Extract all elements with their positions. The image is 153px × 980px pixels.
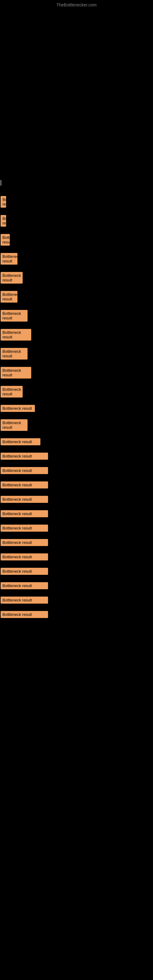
result-row: Bottleneck result (0, 609, 153, 621)
result-row: Bottleneck result (0, 508, 153, 520)
result-row: Bottleneck result (0, 384, 153, 401)
bottleneck-result-badge[interactable]: Bottleneck result (1, 568, 48, 575)
result-row: Bottleneck result (0, 289, 153, 305)
result-row: Bottleneck result (0, 251, 153, 268)
result-row: Bottleneck result (0, 327, 153, 344)
result-row: Bottleneck result (0, 537, 153, 549)
chart-area (0, 9, 153, 168)
bottleneck-result-badge[interactable]: Bottleneck result (1, 438, 40, 445)
site-title: TheBottlenecker.com (0, 0, 153, 9)
bottleneck-result-badge[interactable]: Bottleneck result (1, 310, 27, 321)
results-container: Bottleneck resultBottleneck resultBottle… (0, 189, 153, 627)
result-row: Bottleneck result (0, 566, 153, 578)
result-row: Bottleneck result (0, 523, 153, 535)
bottleneck-result-badge[interactable]: Bottleneck result (1, 611, 48, 618)
bottleneck-result-badge[interactable]: Bottleneck result (1, 291, 18, 302)
bottleneck-result-badge[interactable]: Bottleneck result (1, 405, 35, 412)
result-row: Bottleneck result (0, 480, 153, 492)
bottleneck-result-badge[interactable]: Bottleneck result (1, 539, 48, 546)
bottleneck-result-badge[interactable]: Bottleneck result (1, 554, 48, 560)
result-row: Bottleneck result (0, 436, 153, 449)
bottleneck-result-badge[interactable]: Bottleneck result (1, 597, 48, 604)
result-row: Bottleneck result (0, 595, 153, 607)
result-row: Bottleneck result (0, 580, 153, 592)
result-row: Bottleneck result (0, 465, 153, 477)
bottleneck-result-badge[interactable]: Bottleneck result (1, 419, 27, 431)
bottleneck-result-badge[interactable]: Bottleneck result (1, 481, 48, 488)
bottleneck-result-badge[interactable]: Bottleneck result (1, 196, 6, 208)
result-row: Bottleneck result (0, 346, 153, 363)
bottleneck-result-badge[interactable]: Bottleneck result (1, 234, 10, 246)
result-row: Bottleneck result (0, 232, 153, 249)
bottleneck-result-badge[interactable]: Bottleneck result (1, 467, 48, 474)
bottleneck-result-badge[interactable]: Bottleneck result (1, 272, 22, 283)
bottleneck-result-badge[interactable]: Bottleneck result (1, 215, 6, 227)
bottleneck-result-badge[interactable]: Bottleneck result (1, 525, 48, 531)
result-row: Bottleneck result (0, 494, 153, 506)
bottleneck-result-badge[interactable]: Bottleneck result (1, 496, 48, 503)
result-row: Bottleneck result (0, 417, 153, 434)
bottleneck-result-badge[interactable]: Bottleneck result (1, 329, 31, 340)
result-row: Bottleneck result (0, 308, 153, 325)
result-row: Bottleneck result (0, 365, 153, 382)
result-row: Bottleneck result (0, 270, 153, 286)
bottleneck-result-badge[interactable]: Bottleneck result (1, 386, 22, 398)
bottleneck-result-badge[interactable]: Bottleneck result (1, 367, 31, 379)
result-row: Bottleneck result (0, 194, 153, 211)
bottleneck-result-badge[interactable]: Bottleneck result (1, 453, 48, 460)
bottleneck-result-badge[interactable]: Bottleneck result (1, 510, 48, 517)
result-row: Bottleneck result (0, 403, 153, 415)
result-row: Bottleneck result (0, 213, 153, 230)
cursor-indicator (1, 180, 1, 186)
bottleneck-result-badge[interactable]: Bottleneck result (1, 582, 48, 589)
bottleneck-result-badge[interactable]: Bottleneck result (1, 348, 27, 360)
result-row: Bottleneck result (0, 451, 153, 463)
result-row: Bottleneck result (0, 552, 153, 563)
bottleneck-result-badge[interactable]: Bottleneck result (1, 253, 18, 265)
